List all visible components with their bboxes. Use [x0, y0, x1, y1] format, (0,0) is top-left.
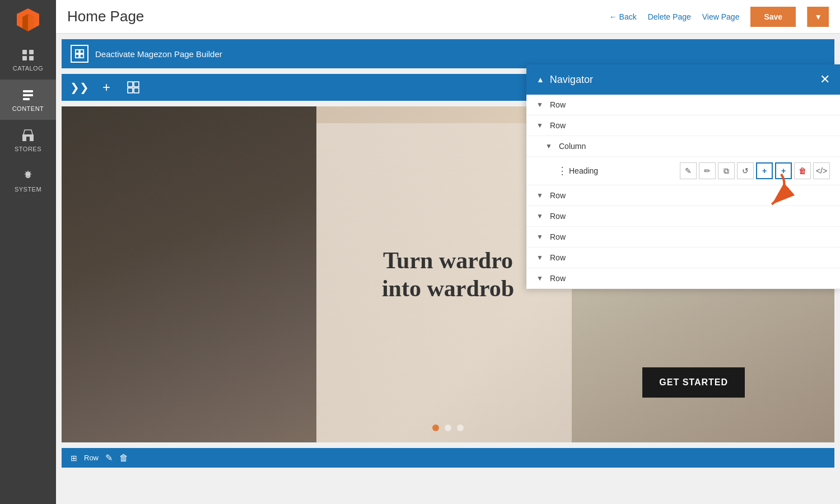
- heading-delete-button[interactable]: 🗑: [794, 162, 811, 179]
- col1-label: Column: [559, 142, 830, 151]
- navigator-header: ▲ Navigator ✕: [526, 64, 840, 95]
- row6-label: Row: [550, 253, 830, 262]
- navigator-close-button[interactable]: ✕: [820, 72, 830, 87]
- heading-style-button[interactable]: ✏: [699, 162, 716, 179]
- edit-row-icon[interactable]: ✎: [105, 452, 113, 463]
- system-icon: [20, 168, 36, 184]
- nav-item-row5[interactable]: ▼ Row: [526, 227, 840, 248]
- row3-label: Row: [550, 191, 830, 200]
- save-dropdown-button[interactable]: ▼: [807, 7, 829, 27]
- figure-left: [62, 106, 316, 442]
- nav-item-column1[interactable]: ▼ Column: [526, 136, 840, 157]
- svg-rect-7: [23, 90, 33, 92]
- svg-rect-14: [80, 50, 83, 53]
- heading-add-after-button[interactable]: +: [775, 162, 792, 179]
- row4-label: Row: [550, 212, 830, 221]
- deactivate-icon: [71, 45, 88, 63]
- save-button[interactable]: Save: [750, 7, 796, 27]
- svg-rect-6: [29, 56, 34, 60]
- bottom-row-bar: ⊞ Row ✎ 🗑: [62, 448, 834, 468]
- stores-label: STORES: [15, 146, 41, 152]
- nav-item-row3[interactable]: ▼ Row: [526, 185, 840, 206]
- svg-rect-13: [76, 50, 79, 53]
- svg-rect-8: [23, 94, 33, 96]
- heading-code-button[interactable]: </>: [813, 162, 830, 179]
- toggle-row1[interactable]: ▼: [536, 101, 545, 109]
- row7-label: Row: [550, 274, 830, 283]
- heading-edit-button[interactable]: ✎: [680, 162, 697, 179]
- dot-2[interactable]: [445, 424, 451, 431]
- nav-item-row7[interactable]: ▼ Row: [526, 268, 840, 289]
- row-bar-label: Row: [84, 454, 99, 462]
- sidebar: CATALOG CONTENT STORES: [0, 0, 56, 504]
- page-builder-area: Deactivate Magezon Page Builder ❯❯ +: [56, 34, 840, 504]
- svg-rect-17: [128, 82, 133, 87]
- toggle-col1[interactable]: ▼: [545, 142, 554, 150]
- page-title: Home Page: [67, 8, 609, 25]
- toggle-row4[interactable]: ▼: [536, 212, 545, 220]
- back-button[interactable]: ← Back: [609, 12, 637, 21]
- heading-add-before-button[interactable]: +: [756, 162, 773, 179]
- deactivate-label: Deactivate Magezon Page Builder: [95, 49, 222, 59]
- heading-drag-handle[interactable]: ⋮: [556, 164, 569, 178]
- nav-item-row6[interactable]: ▼ Row: [526, 248, 840, 268]
- heading1-label: Heading: [569, 166, 680, 175]
- carousel-dots: [432, 424, 464, 431]
- delete-row-icon[interactable]: 🗑: [119, 453, 128, 463]
- svg-rect-18: [134, 82, 139, 87]
- magento-logo-icon: [15, 6, 41, 33]
- svg-rect-15: [76, 54, 79, 58]
- system-label: SYSTEM: [15, 186, 41, 193]
- heading1-actions: ✎ ✏ ⧉ ↺ + + 🗑 </>: [680, 162, 830, 179]
- sidebar-item-system[interactable]: SYSTEM: [0, 160, 56, 200]
- heading-duplicate-button[interactable]: ⧉: [718, 162, 735, 179]
- row5-label: Row: [550, 232, 830, 241]
- svg-rect-4: [29, 50, 34, 54]
- nav-item-row1[interactable]: ▼ Row: [526, 95, 840, 115]
- row-bar-icon: ⊞: [71, 454, 77, 463]
- navigator-collapse-icon[interactable]: ▲: [536, 75, 544, 84]
- svg-rect-20: [134, 88, 139, 93]
- dot-1[interactable]: [432, 424, 439, 431]
- toggle-row7[interactable]: ▼: [536, 274, 545, 282]
- main-area: Home Page ← Back Delete Page View Page S…: [56, 0, 840, 504]
- content-icon: [20, 87, 36, 103]
- arrows-icon[interactable]: ❯❯: [71, 78, 88, 96]
- navigator-title-text: Navigator: [550, 74, 593, 86]
- nav-item-row4[interactable]: ▼ Row: [526, 206, 840, 227]
- topbar: Home Page ← Back Delete Page View Page S…: [56, 0, 840, 34]
- navigator-panel: ▲ Navigator ✕ ▼ Row ▼ Row: [526, 64, 840, 289]
- add-element-button[interactable]: +: [97, 78, 115, 96]
- topbar-actions: ← Back Delete Page View Page Save ▼: [609, 7, 829, 27]
- heading-refresh-button[interactable]: ↺: [737, 162, 754, 179]
- dot-3[interactable]: [457, 424, 464, 431]
- sidebar-logo: [0, 0, 56, 39]
- svg-rect-19: [128, 88, 133, 93]
- delete-page-button[interactable]: Delete Page: [648, 12, 691, 21]
- nav-item-row2[interactable]: ▼ Row: [526, 115, 840, 136]
- sidebar-item-content[interactable]: CONTENT: [0, 80, 56, 120]
- toggle-row2[interactable]: ▼: [536, 122, 545, 129]
- row1-label: Row: [550, 100, 830, 109]
- grid-icon[interactable]: [124, 78, 142, 96]
- sidebar-item-catalog[interactable]: CATALOG: [0, 39, 56, 80]
- view-page-button[interactable]: View Page: [702, 12, 740, 21]
- navigator-title: ▲ Navigator: [536, 74, 593, 86]
- svg-rect-5: [22, 56, 27, 60]
- row2-label: Row: [550, 121, 830, 130]
- toggle-row3[interactable]: ▼: [536, 192, 545, 199]
- toggle-row6[interactable]: ▼: [536, 254, 545, 262]
- toggle-row5[interactable]: ▼: [536, 233, 545, 241]
- sidebar-item-stores[interactable]: STORES: [0, 120, 56, 160]
- hero-cta-button[interactable]: GET STARTED: [642, 367, 745, 398]
- navigator-body: ▼ Row ▼ Row ▼ Column ⋮: [526, 95, 840, 289]
- svg-rect-16: [80, 54, 83, 58]
- svg-rect-9: [23, 98, 30, 100]
- catalog-icon: [20, 47, 36, 63]
- content-label: CONTENT: [12, 105, 44, 112]
- nav-item-heading1[interactable]: ⋮ Heading ✎ ✏ ⧉ ↺ + + 🗑 </>: [526, 157, 840, 185]
- svg-rect-11: [26, 137, 30, 141]
- catalog-label: CATALOG: [13, 65, 43, 72]
- svg-rect-3: [22, 50, 27, 54]
- stores-icon: [20, 128, 36, 143]
